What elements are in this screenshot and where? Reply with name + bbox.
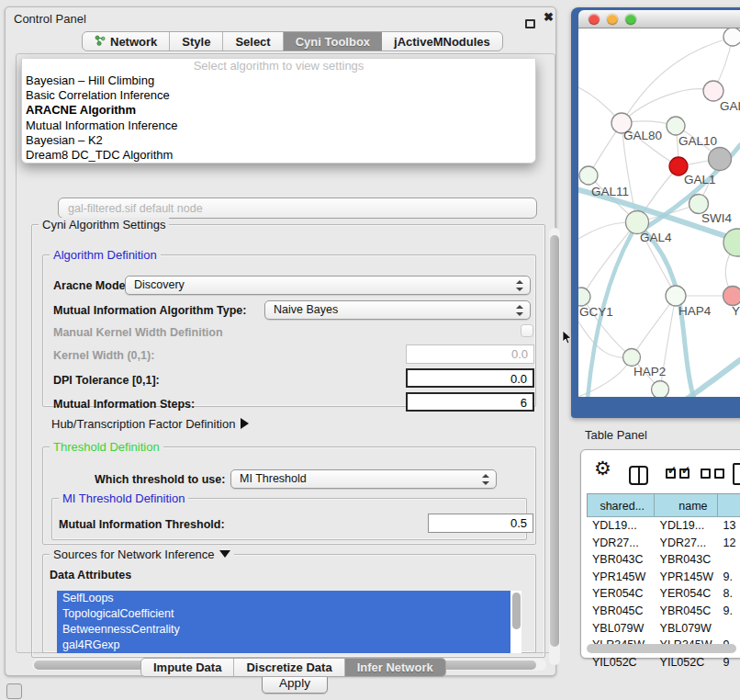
node-label-gcy1: GCY1 (579, 305, 613, 319)
network-node[interactable] (723, 28, 740, 46)
network-node-hap2[interactable] (623, 349, 641, 367)
threshold-definition-title: Threshold Definition (50, 440, 163, 454)
mi-threshold-group-title: MI Threshold Definition (59, 491, 188, 505)
aracne-mode-combobox[interactable]: Discovery (125, 276, 531, 295)
column-header-shared[interactable]: shared... (588, 494, 655, 517)
mac-minimize-icon[interactable] (607, 14, 618, 25)
table-row[interactable]: YBL079WYBL079W (587, 620, 740, 638)
network-node-gal11[interactable] (579, 166, 598, 185)
mi-steps-field[interactable]: 6 (406, 392, 534, 412)
table-panel: ⚙ ✓ ✓ shared...name YDL19...YDL19...13YD… (580, 449, 740, 659)
network-node-gal10[interactable] (667, 117, 685, 135)
algorithm-option[interactable]: Bayesian – Hill Climbing (22, 73, 535, 88)
mac-zoom-icon[interactable] (625, 14, 636, 25)
table-row[interactable]: YIL052CYIL052C9 (587, 654, 740, 672)
cyni-bottom-tabs: Impute DataDiscretize DataInfer Network (140, 658, 446, 677)
unchecked-checkbox-icon[interactable] (714, 469, 724, 479)
data-attribute-item[interactable]: TopologicalCoefficient (57, 606, 510, 622)
aracne-mode-value: Discovery (134, 278, 185, 291)
checked-checkbox-icon[interactable]: ✓ (666, 469, 676, 479)
hub-definition-toggle[interactable]: Hub/Transcription Factor Definition (51, 417, 249, 431)
tab-label: Select (235, 35, 270, 49)
mi-type-combobox[interactable]: Naive Bayes (264, 300, 531, 320)
node-label-hap2: HAP2 (633, 365, 666, 378)
network-canvas[interactable]: GALGAL80GAL10GAL1GAL11GAL4SWI4GCY1HAP4YH… (578, 28, 740, 397)
check-mark: ✓ (667, 464, 677, 477)
inference-algorithm-combobox[interactable]: gal-filtered.sif default node (58, 198, 537, 219)
settings-vertical-scrollbar[interactable] (549, 228, 560, 665)
document-icon[interactable] (733, 463, 740, 485)
tab-label: Impute Data (153, 660, 221, 674)
tab-infer-network[interactable]: Infer Network (345, 659, 445, 676)
table-cell: 12 (718, 535, 740, 552)
table-row[interactable]: YER054CYER054C8. (587, 585, 740, 603)
table-cell: YPR145W (655, 569, 718, 586)
algorithm-option[interactable]: Mutual Information Inference (22, 119, 535, 133)
data-attributes-list[interactable]: SelfLoopsTopologicalCoefficientBetweenne… (57, 591, 521, 653)
network-node-gcy1[interactable] (578, 288, 590, 306)
tab-network[interactable]: Network (83, 32, 170, 51)
mouse-cursor (562, 331, 573, 345)
table-cell: YBL079W (587, 620, 655, 638)
manual-kernel-checkbox[interactable] (521, 324, 533, 337)
scrollbar-thumb[interactable] (550, 235, 559, 647)
network-window-titlebar[interactable] (578, 10, 740, 28)
data-attribute-item[interactable]: SelfLoops (57, 591, 510, 606)
table-row[interactable]: YDL19...YDL19...13 (587, 517, 740, 535)
combo-arrows-icon (516, 279, 523, 292)
panel-grip-icon[interactable] (6, 683, 22, 699)
algorithm-option[interactable]: ARACNE Algorithm (22, 103, 535, 118)
tab-label: Cyni Toolbox (296, 35, 370, 49)
table-row[interactable]: YDR27...YDR27...12 (587, 535, 740, 552)
network-node[interactable] (652, 381, 669, 398)
mi-threshold-field[interactable]: 0.5 (428, 514, 533, 533)
columns-icon[interactable] (629, 466, 648, 485)
tab-jactivemnodules[interactable]: jActiveMNodules (382, 32, 502, 51)
dpi-tolerance-field[interactable]: 0.0 (406, 368, 534, 388)
tab-label: Discretize Data (246, 660, 331, 674)
tab-discretize-data[interactable]: Discretize Data (234, 659, 344, 676)
table-row[interactable]: YPR145WYPR145W9. (587, 569, 740, 586)
data-attribute-item[interactable]: BetweennessCentrality (57, 622, 510, 638)
close-icon[interactable]: ✖ (544, 10, 554, 24)
network-node-gal[interactable] (703, 81, 723, 101)
table-cell: 13 (718, 517, 740, 535)
network-node[interactable] (709, 148, 732, 171)
mac-close-icon[interactable] (589, 14, 600, 25)
tab-impute-data[interactable]: Impute Data (141, 659, 234, 676)
float-window-icon[interactable] (525, 19, 535, 28)
algorithm-option[interactable]: Basic Correlation Inference (22, 88, 535, 103)
settings-group-title: Cyni Algorithm Settings (39, 218, 169, 231)
combo-arrows-icon (516, 304, 523, 317)
network-node-hap4[interactable] (666, 286, 686, 306)
network-node[interactable] (723, 229, 740, 256)
table-row[interactable]: YBR045CYBR045C9. (587, 603, 740, 620)
algorithm-options-list: Bayesian – Hill ClimbingBasic Correlatio… (22, 73, 535, 163)
column-header[interactable] (718, 494, 740, 517)
table-cell: 8. (718, 585, 740, 603)
sources-group-title[interactable]: Sources for Network Inference (50, 548, 234, 561)
table-cell: YDR27... (655, 535, 718, 552)
algorithm-option[interactable]: Dream8 DC_TDC Algorithm (22, 148, 535, 163)
tab-style[interactable]: Style (170, 32, 223, 51)
network-node-y[interactable] (723, 287, 740, 306)
gear-icon[interactable]: ⚙ (594, 457, 611, 480)
which-threshold-combobox[interactable]: MI Threshold (230, 469, 497, 489)
node-label-gal10: GAL10 (678, 134, 717, 148)
column-header-name[interactable]: name (655, 494, 717, 517)
table-header-row: shared...name (587, 493, 740, 517)
tab-select[interactable]: Select (223, 32, 283, 51)
table-horizontal-scrollbar[interactable] (587, 644, 736, 653)
table-cell: YDL19... (587, 517, 655, 535)
unchecked-checkbox-icon[interactable] (701, 469, 711, 479)
tab-cyni-toolbox[interactable]: Cyni Toolbox (284, 32, 382, 51)
table-panel-title: Table Panel (585, 428, 647, 442)
checked-checkbox-icon[interactable]: ✓ (679, 469, 690, 479)
data-attribute-item[interactable]: gal4RGexp (57, 638, 510, 653)
list-scrollbar[interactable] (512, 593, 521, 629)
which-threshold-label: Which threshold to use: (95, 473, 225, 486)
table-row[interactable]: YBR043CYBR043C (587, 551, 740, 569)
screen: { "window": { "title": "Control Panel" }… (0, 0, 740, 700)
algorithm-option[interactable]: Bayesian – K2 (22, 133, 535, 148)
kernel-width-field[interactable]: 0.0 (406, 344, 534, 364)
